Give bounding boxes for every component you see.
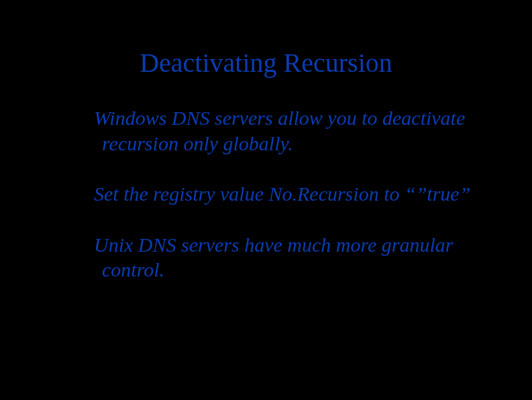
slide-paragraph-3: Unix DNS servers have much more granular… [94, 232, 472, 283]
slide-title: Deactivating Recursion [60, 47, 472, 79]
slide-paragraph-2: Set the registry value No.Recursion to “… [94, 181, 472, 207]
slide-paragraph-1: Windows DNS servers allow you to deactiv… [94, 105, 472, 156]
slide: Deactivating Recursion Windows DNS serve… [0, 0, 532, 400]
